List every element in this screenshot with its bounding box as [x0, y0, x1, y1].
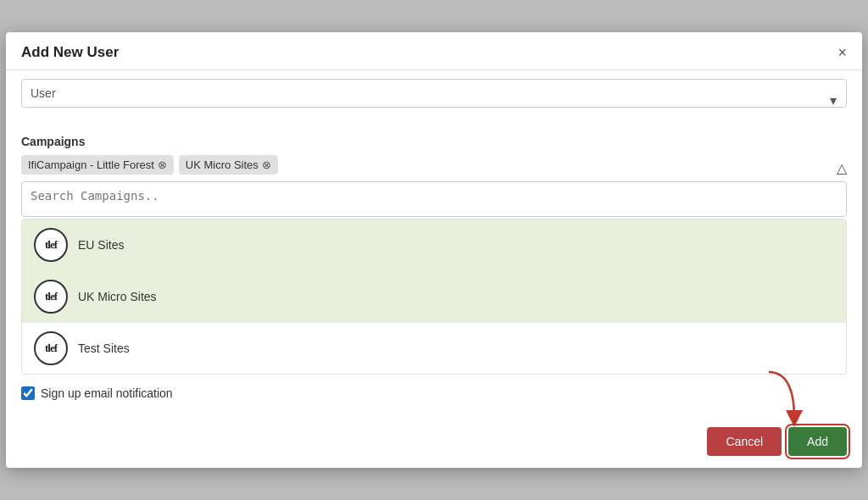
campaign-name-eu-sites: EU Sites [78, 238, 124, 252]
email-notification-checkbox[interactable] [21, 386, 35, 400]
modal-header: Add New User × [6, 32, 862, 70]
campaign-logo-eu-sites: tlef [34, 228, 68, 262]
modal: Add New User × User Campaigns IfiCampaig… [6, 32, 862, 468]
campaigns-section: Campaigns IfiCampaign - Little Forest ⊗ … [21, 135, 847, 400]
modal-footer: Cancel Add [6, 419, 862, 468]
campaign-tag-2: UK Micro Sites ⊗ [179, 155, 278, 175]
campaigns-list: tlef EU Sites tlef UK Micro Sites tlef T… [21, 219, 847, 375]
campaign-item-uk-micro-sites[interactable]: tlef UK Micro Sites [22, 271, 846, 323]
user-dropdown[interactable]: User [21, 79, 847, 108]
email-notification-label: Sign up email notification [41, 386, 173, 400]
modal-close-button[interactable]: × [837, 45, 847, 60]
campaigns-collapse-button[interactable]: △ [837, 160, 847, 176]
modal-overlay: Add New User × User Campaigns IfiCampaig… [0, 0, 868, 500]
selected-campaigns: IfiCampaign - Little Forest ⊗ UK Micro S… [21, 155, 278, 175]
campaign-tag-close-1[interactable]: ⊗ [158, 158, 167, 171]
search-wrapper [21, 181, 847, 217]
campaign-logo-test-sites: tlef [34, 331, 68, 365]
campaign-tag-1: IfiCampaign - Little Forest ⊗ [21, 155, 174, 175]
modal-body: User Campaigns IfiCampaign - Little Fore… [6, 70, 862, 419]
campaigns-header-row: IfiCampaign - Little Forest ⊗ UK Micro S… [21, 155, 847, 181]
modal-title: Add New User [21, 44, 119, 61]
campaign-tag-close-2[interactable]: ⊗ [262, 158, 271, 171]
search-campaigns-input[interactable] [21, 181, 847, 217]
campaign-tag-label-2: UK Micro Sites [186, 158, 259, 171]
campaign-logo-uk-micro-sites: tlef [34, 280, 68, 314]
cancel-button[interactable]: Cancel [707, 427, 782, 456]
campaign-name-test-sites: Test Sites [78, 342, 130, 355]
campaign-tag-label-1: IfiCampaign - Little Forest [28, 158, 154, 171]
add-button[interactable]: Add [788, 427, 847, 456]
user-dropdown-wrapper: User [21, 79, 847, 121]
campaign-name-uk-micro-sites: UK Micro Sites [78, 290, 157, 303]
campaign-item-test-sites[interactable]: tlef Test Sites [22, 323, 846, 374]
email-notification-row: Sign up email notification [21, 386, 847, 400]
campaigns-label: Campaigns [21, 135, 847, 148]
campaign-item-eu-sites[interactable]: tlef EU Sites [22, 219, 846, 271]
